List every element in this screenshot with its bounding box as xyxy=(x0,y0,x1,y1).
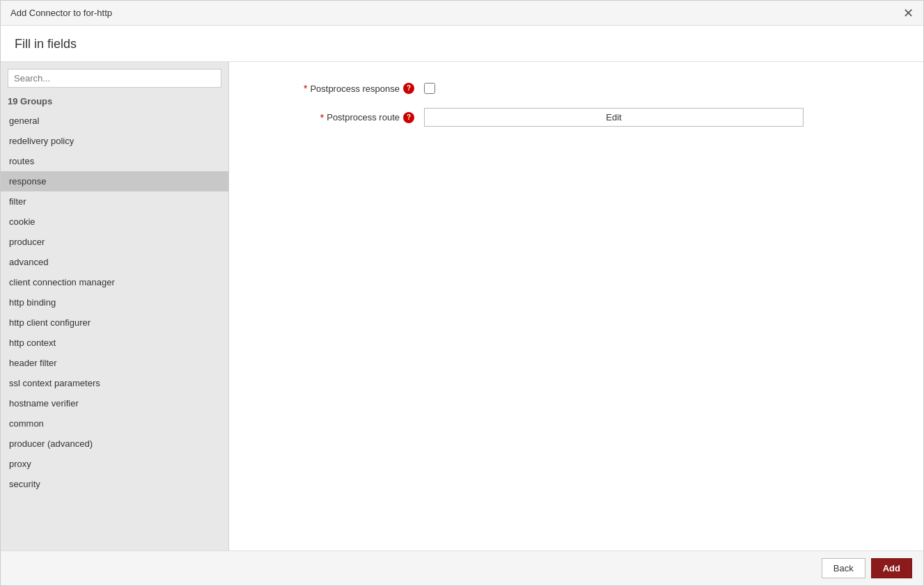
main-content: * Postprocess response ? * Postprocess r… xyxy=(229,62,923,551)
sidebar-item-hostname-verifier[interactable]: hostname verifier xyxy=(1,393,228,413)
postprocess-route-label: * Postprocess route ? xyxy=(257,112,424,123)
postprocess-response-label: * Postprocess response ? xyxy=(257,83,424,94)
sidebar-item-proxy[interactable]: proxy xyxy=(1,454,228,474)
required-star-route: * xyxy=(320,112,324,123)
sidebar-item-routes[interactable]: routes xyxy=(1,151,228,171)
sidebar-item-cookie[interactable]: cookie xyxy=(1,212,228,232)
postprocess-route-info-icon: ? xyxy=(403,112,414,123)
sidebar-item-http-binding[interactable]: http binding xyxy=(1,292,228,312)
postprocess-response-text: Postprocess response xyxy=(310,84,400,94)
postprocess-response-row: * Postprocess response ? xyxy=(257,83,895,94)
postprocess-route-row: * Postprocess route ? Edit xyxy=(257,108,895,127)
sidebar-item-response[interactable]: response xyxy=(1,171,228,191)
sidebar-item-security[interactable]: security xyxy=(1,474,228,494)
postprocess-route-text: Postprocess route xyxy=(327,112,400,122)
postprocess-response-checkbox[interactable] xyxy=(424,83,435,94)
dialog-title: Add Connector to for-http xyxy=(10,8,112,18)
sidebar-item-advanced[interactable]: advanced xyxy=(1,252,228,272)
add-button[interactable]: Add xyxy=(871,558,912,578)
sidebar: 19 Groups generalredelivery policyroutes… xyxy=(1,62,229,551)
sidebar-item-producer-advanced[interactable]: producer (advanced) xyxy=(1,434,228,454)
sidebar-item-redelivery-policy[interactable]: redelivery policy xyxy=(1,131,228,151)
sidebar-item-header-filter[interactable]: header filter xyxy=(1,353,228,373)
dialog: Add Connector to for-http ✕ Fill in fiel… xyxy=(0,0,924,586)
sidebar-list: generalredelivery policyroutesresponsefi… xyxy=(1,111,228,551)
dialog-header: Add Connector to for-http ✕ xyxy=(1,1,923,26)
search-input[interactable] xyxy=(8,69,221,88)
search-container xyxy=(1,62,228,93)
required-star-response: * xyxy=(304,83,307,94)
sidebar-item-producer[interactable]: producer xyxy=(1,232,228,252)
sidebar-item-client-connection-manager[interactable]: client connection manager xyxy=(1,272,228,292)
groups-count: 19 Groups xyxy=(1,93,228,111)
postprocess-route-edit-button[interactable]: Edit xyxy=(424,108,804,127)
sidebar-item-http-context[interactable]: http context xyxy=(1,333,228,353)
postprocess-response-info-icon: ? xyxy=(403,83,414,94)
dialog-body: 19 Groups generalredelivery policyroutes… xyxy=(1,62,923,551)
sidebar-item-ssl-context-parameters[interactable]: ssl context parameters xyxy=(1,373,228,393)
back-button[interactable]: Back xyxy=(822,558,866,578)
page-heading: Fill in fields xyxy=(1,26,923,62)
sidebar-item-general[interactable]: general xyxy=(1,111,228,131)
close-button[interactable]: ✕ xyxy=(903,7,914,19)
sidebar-item-filter[interactable]: filter xyxy=(1,191,228,212)
sidebar-item-common[interactable]: common xyxy=(1,413,228,434)
sidebar-item-http-client-configurer[interactable]: http client configurer xyxy=(1,312,228,333)
dialog-footer: Back Add xyxy=(1,551,923,585)
